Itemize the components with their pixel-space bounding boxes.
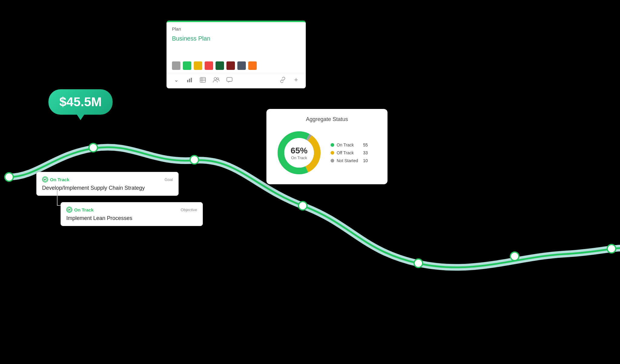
legend-item-off-track: Off Track 33 <box>331 150 368 155</box>
objective-card-top-row: On Track Objective <box>66 207 197 213</box>
donut-chart: 65% On Track <box>275 129 323 177</box>
svg-rect-16 <box>227 77 232 81</box>
legend-item-on-track: On Track 55 <box>331 143 368 147</box>
svg-rect-10 <box>200 77 206 82</box>
dark-red-swatch[interactable] <box>226 61 235 70</box>
legend-count: 10 <box>361 158 368 163</box>
chat-bubble-icon[interactable] <box>225 76 234 84</box>
svg-point-4 <box>414 259 423 267</box>
orange-swatch[interactable] <box>248 61 257 70</box>
legend-label: Not Started <box>337 158 358 163</box>
svg-point-5 <box>510 252 519 261</box>
plan-card-toolbar: ⌄ + <box>167 73 306 88</box>
green-swatch[interactable] <box>183 61 191 70</box>
red-swatch[interactable] <box>205 61 213 70</box>
svg-rect-8 <box>189 79 190 82</box>
dark-gray-swatch[interactable] <box>237 61 246 70</box>
svg-point-14 <box>214 77 216 80</box>
goal-on-track-badge: On Track <box>42 176 69 182</box>
svg-point-1 <box>89 143 97 152</box>
legend-label: On Track <box>337 143 354 147</box>
objective-card-text: Implement Lean Processes <box>66 215 197 221</box>
plan-card-header: Plan <box>167 22 306 34</box>
money-bubble: $45.5M <box>48 89 113 115</box>
donut-label: 65% On Track <box>291 146 308 160</box>
goal-type-label: Goal <box>165 177 173 182</box>
svg-point-15 <box>217 78 219 80</box>
yellow-swatch[interactable] <box>194 61 202 70</box>
aggregate-status-body: 65% On Track On Track 55 Off Track 33 No… <box>275 129 379 177</box>
legend: On Track 55 Off Track 33 Not Started 10 <box>331 143 368 163</box>
objective-on-track-icon <box>66 207 72 213</box>
gray-swatch[interactable] <box>172 61 180 70</box>
plan-card-colors <box>167 58 306 73</box>
goal-status-text: On Track <box>50 177 69 182</box>
plus-icon[interactable]: + <box>292 76 300 84</box>
connector-vertical <box>57 190 58 205</box>
aggregate-status-card: Aggregate Status 65% On Track <box>266 109 388 184</box>
legend-dot <box>331 159 334 162</box>
goal-card-top-row: On Track Goal <box>42 176 173 182</box>
legend-count: 33 <box>361 150 368 155</box>
goal-card: On Track Goal Develop/Implement Supply C… <box>36 172 179 196</box>
chevron-down-icon[interactable]: ⌄ <box>172 76 180 84</box>
chart-bar-icon[interactable] <box>185 76 194 84</box>
objective-card: On Track Objective Implement Lean Proces… <box>61 202 203 226</box>
svg-point-3 <box>298 202 307 210</box>
objective-type-label: Objective <box>181 208 197 212</box>
dark-green-swatch[interactable] <box>216 61 224 70</box>
goal-card-text: Develop/Implement Supply Chain Strategy <box>42 185 173 191</box>
legend-count: 55 <box>361 143 368 147</box>
svg-rect-7 <box>187 80 188 82</box>
objective-on-track-badge: On Track <box>66 207 94 213</box>
donut-percent: 65% <box>291 146 308 156</box>
svg-rect-9 <box>191 78 192 82</box>
users-icon[interactable] <box>212 76 220 84</box>
donut-sublabel: On Track <box>291 156 308 160</box>
svg-point-0 <box>5 173 13 181</box>
objective-status-text: On Track <box>74 207 94 212</box>
link-icon[interactable] <box>279 76 287 84</box>
plan-card-title: Business Plan <box>167 34 306 46</box>
on-track-icon <box>42 176 48 182</box>
legend-label: Off Track <box>337 150 354 155</box>
svg-point-6 <box>607 244 616 253</box>
svg-point-2 <box>190 156 199 164</box>
legend-item-not-started: Not Started 10 <box>331 158 368 163</box>
legend-dot <box>331 151 334 155</box>
legend-dot <box>331 143 334 147</box>
plan-card: Plan Business Plan ⌄ + <box>167 21 306 88</box>
aggregate-status-title: Aggregate Status <box>275 116 379 123</box>
table-icon[interactable] <box>199 76 207 84</box>
